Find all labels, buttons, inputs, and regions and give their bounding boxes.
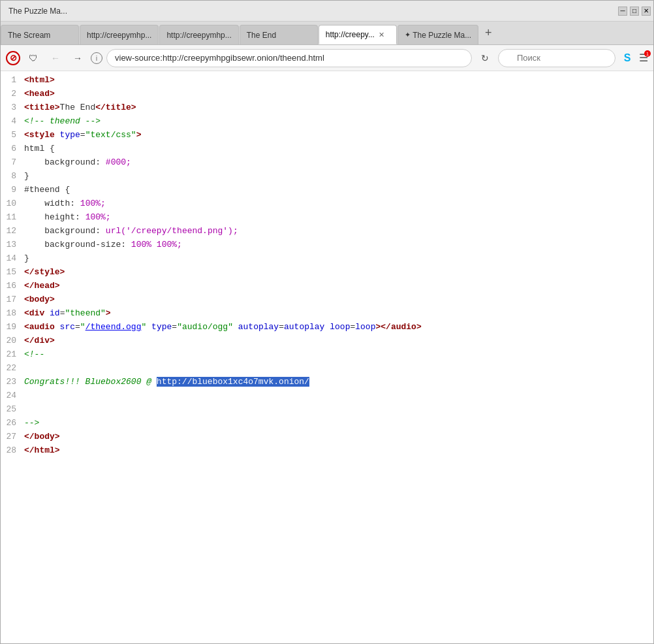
window-controls: ─ □ ✕ <box>618 7 651 16</box>
source-line: 8 } <box>1 170 653 184</box>
maximize-button[interactable]: □ <box>630 7 639 16</box>
search-input[interactable] <box>498 49 615 67</box>
source-line: 27 </body> <box>1 430 653 444</box>
no-permit-icon: ⊘ <box>6 51 20 65</box>
tab-creepy-active[interactable]: http://creepy... ✕ <box>319 25 397 44</box>
back-button[interactable]: ← <box>46 49 65 67</box>
source-line: 9 #theend { <box>1 184 653 197</box>
source-line: 11 height: 100%; <box>1 211 653 225</box>
source-line: 28 </html> <box>1 444 653 458</box>
source-line: 19 <audio src="/theend.ogg" type="audio/… <box>1 321 653 334</box>
source-line: 4 <!-- theend --> <box>1 115 653 129</box>
source-line: 26 --> <box>1 417 653 430</box>
close-button[interactable]: ✕ <box>642 7 651 16</box>
tab-creepy-2[interactable]: http://creepymhp... <box>159 25 238 44</box>
source-line: 1 <html> <box>1 74 653 88</box>
forward-icon: → <box>73 53 82 63</box>
browser-window: The Puzzle Ma... ─ □ ✕ The Scream http:/… <box>0 0 654 644</box>
tab-close-button[interactable]: ✕ <box>379 31 384 39</box>
source-line: 20 </div> <box>1 334 653 348</box>
source-line: 15 </style> <box>1 266 653 280</box>
skype-icon[interactable]: S <box>619 50 635 66</box>
forward-button[interactable]: → <box>69 49 87 67</box>
source-line: 2 <head> <box>1 88 653 101</box>
tab-the-end[interactable]: The End <box>240 25 318 44</box>
source-line: 14 } <box>1 252 653 266</box>
title-bar: The Puzzle Ma... ─ □ ✕ <box>1 1 653 22</box>
source-line: 5 <style type="text/css"> <box>1 129 653 142</box>
minimize-button[interactable]: ─ <box>618 7 627 16</box>
source-content: 1 <html> 2 <head> 3 <title>The End</titl… <box>1 71 653 643</box>
info-icon[interactable]: i <box>91 52 102 64</box>
source-line: 16 </head> <box>1 280 653 293</box>
search-wrapper: 🔍 <box>498 49 615 67</box>
source-line: 10 width: 100%; <box>1 197 653 211</box>
back-icon: ← <box>51 53 60 63</box>
reload-icon: ↻ <box>481 53 489 63</box>
source-line: 12 background: url('/creepy/theend.png')… <box>1 225 653 238</box>
source-line: 17 <body> <box>1 293 653 307</box>
address-bar[interactable] <box>106 49 472 67</box>
nav-bar: ⊘ 🛡 ← → i ↻ 🔍 S ☰ 1 <box>1 45 653 71</box>
source-line: 6 html { <box>1 142 653 156</box>
tab-creepy-1[interactable]: http://creepymhp... <box>80 25 159 44</box>
tabs-bar: The Scream http://creepymhp... http://cr… <box>1 22 653 45</box>
source-line: 22 <box>1 362 653 376</box>
source-line: 13 background-size: 100% 100%; <box>1 238 653 252</box>
shield-icon: 🛡 <box>29 53 38 63</box>
highlighted-url: http://bluebox1xc4o7mvk.onion/ <box>157 377 309 387</box>
source-line: 25 <box>1 403 653 417</box>
tab-the-scream[interactable]: The Scream <box>1 25 79 44</box>
shield-dropdown[interactable]: 🛡 <box>24 49 42 67</box>
source-line: 3 <title>The End</title> <box>1 101 653 115</box>
reload-button[interactable]: ↻ <box>476 49 494 67</box>
tab-puzzle[interactable]: ✦ The Puzzle Ma... <box>397 25 478 44</box>
source-line: 24 <box>1 389 653 403</box>
source-line: 21 <!-- <box>1 348 653 362</box>
window-title: The Puzzle Ma... <box>8 7 67 16</box>
source-line-congrats: 23 Congrats!!! Bluebox2600 @ http://blue… <box>1 376 653 389</box>
menu-button[interactable]: ☰ 1 <box>639 52 648 64</box>
source-view: 1 <html> 2 <head> 3 <title>The End</titl… <box>1 71 653 460</box>
new-tab-button[interactable]: + <box>479 24 497 42</box>
source-line: 7 background: #000; <box>1 156 653 170</box>
source-line: 18 <div id="theend"> <box>1 307 653 321</box>
